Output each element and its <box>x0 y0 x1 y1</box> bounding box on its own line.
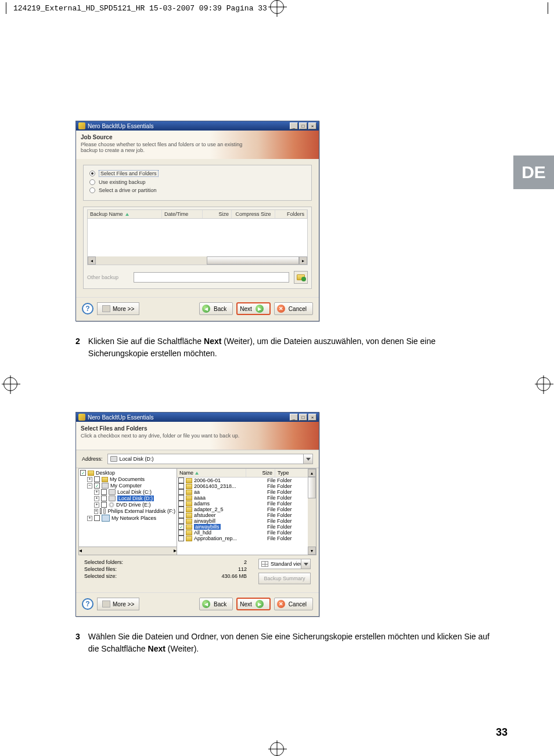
address-combo[interactable]: Local Disk (D:) <box>107 454 313 464</box>
radio-select-files[interactable] <box>89 171 95 176</box>
tree-checkbox[interactable] <box>80 470 86 476</box>
list-item[interactable]: airwaybillsFile Folder <box>177 524 308 530</box>
tree-item-d[interactable]: Local Disk (D:) <box>117 495 154 501</box>
file-checkbox[interactable] <box>178 524 184 530</box>
back-button[interactable]: ◀Back <box>199 598 233 610</box>
list-item[interactable]: All_hddFile Folder <box>177 530 308 536</box>
cancel-button[interactable]: ✕Cancel <box>274 598 313 610</box>
list-item[interactable]: adamsFile Folder <box>177 501 308 507</box>
expand-button[interactable]: + <box>94 502 99 508</box>
minimize-button[interactable]: _ <box>290 122 298 129</box>
horizontal-scrollbar[interactable]: ◂ ▸ <box>88 256 307 265</box>
radio-existing-backup[interactable] <box>89 179 95 185</box>
maximize-button[interactable]: □ <box>299 414 307 421</box>
file-checkbox[interactable] <box>178 501 184 507</box>
list-item[interactable]: aaaaFile Folder <box>177 495 308 501</box>
file-checkbox[interactable] <box>178 530 184 536</box>
file-type: File Folder <box>267 512 308 518</box>
close-button[interactable]: × <box>308 414 316 421</box>
folder-icon <box>186 530 192 536</box>
more-button[interactable]: More >> <box>97 302 139 315</box>
list-item[interactable]: adapter_2_5File Folder <box>177 507 308 512</box>
tree-item-network[interactable]: My Network Places <box>111 515 156 521</box>
tree-item-mycomp[interactable]: My Computer <box>110 483 142 489</box>
tree-checkbox[interactable] <box>94 483 100 489</box>
maximize-button[interactable]: □ <box>299 122 307 129</box>
dropdown-button[interactable] <box>303 454 312 464</box>
expand-button[interactable]: + <box>87 516 92 521</box>
file-checkbox[interactable] <box>178 536 184 541</box>
tree-item-f[interactable]: Philips External Harddisk (F:) <box>107 508 175 514</box>
expand-button[interactable]: + <box>87 477 92 482</box>
file-list[interactable]: Name Size Type 2006-06-01File Folder2006… <box>177 468 316 555</box>
scroll-right-button[interactable]: ▸ <box>174 547 177 555</box>
selected-folders-value: 2 <box>244 559 247 565</box>
cancel-button[interactable]: ✕Cancel <box>274 302 313 315</box>
titlebar[interactable]: Nero BackItUp Essentials _ □ × <box>76 121 319 131</box>
expand-button[interactable]: + <box>94 509 98 514</box>
tree-item-e[interactable]: DVD Drive (E:) <box>116 502 151 508</box>
tree-checkbox[interactable] <box>94 515 100 521</box>
close-button[interactable]: × <box>308 122 316 129</box>
list-item[interactable]: 2006-06-01File Folder <box>177 478 308 483</box>
tree-horizontal-scrollbar[interactable]: ◂ ▸ <box>78 547 177 555</box>
scroll-up-button[interactable]: ▴ <box>308 469 316 477</box>
file-checkbox[interactable] <box>178 495 184 501</box>
other-backup-input[interactable] <box>134 272 289 283</box>
tree-checkbox[interactable] <box>101 502 107 508</box>
file-checkbox[interactable] <box>178 478 184 483</box>
backup-list-header[interactable]: Backup Name Date/Time Size Compress Size… <box>87 209 308 219</box>
folder-tree[interactable]: Desktop +My Documents −My Computer +Loca… <box>78 468 177 547</box>
back-button[interactable]: ◀Back <box>199 302 233 315</box>
page-number: 33 <box>496 726 508 739</box>
backup-summary-button[interactable]: Backup Summary <box>258 573 311 584</box>
tree-checkbox[interactable] <box>101 495 107 501</box>
radio-drive-partition[interactable] <box>89 187 95 193</box>
file-checkbox[interactable] <box>178 518 184 524</box>
file-type: File Folder <box>267 478 308 483</box>
file-checkbox[interactable] <box>178 483 184 489</box>
tree-checkbox[interactable] <box>100 508 102 514</box>
list-item[interactable]: Approbation_rep...File Folder <box>177 536 308 541</box>
cancel-icon: ✕ <box>277 600 285 608</box>
backup-list-body[interactable]: ◂ ▸ <box>87 219 308 265</box>
collapse-button[interactable]: − <box>87 483 92 489</box>
next-button[interactable]: Next▶ <box>236 302 271 315</box>
file-checkbox[interactable] <box>178 512 184 518</box>
scroll-thumb[interactable] <box>308 477 316 498</box>
scroll-left-button[interactable]: ◂ <box>88 256 96 265</box>
list-item[interactable]: afstudeerFile Folder <box>177 512 308 518</box>
col-size[interactable]: Size <box>246 469 275 477</box>
help-icon[interactable]: ? <box>82 303 93 314</box>
disk-icon <box>109 489 116 495</box>
col-name[interactable]: Name <box>177 469 246 477</box>
tree-item-mydocs[interactable]: My Documents <box>110 476 145 482</box>
file-type: File Folder <box>267 518 308 524</box>
view-combo[interactable]: Standard view <box>258 559 311 569</box>
tree-item-desktop[interactable]: Desktop <box>96 470 115 476</box>
list-item[interactable]: airwaybillFile Folder <box>177 518 308 524</box>
list-item[interactable]: aaFile Folder <box>177 489 308 495</box>
dropdown-button[interactable] <box>301 559 310 569</box>
view-value: Standard view <box>271 561 304 567</box>
scroll-right-button[interactable]: ▸ <box>299 256 307 265</box>
file-checkbox[interactable] <box>178 507 184 512</box>
more-button[interactable]: More >> <box>97 598 139 610</box>
expand-button[interactable]: + <box>94 490 99 495</box>
next-button[interactable]: Next▶ <box>236 598 271 610</box>
file-checkbox[interactable] <box>178 489 184 495</box>
help-icon[interactable]: ? <box>82 598 93 610</box>
wizard-title: Job Source <box>81 134 314 140</box>
scroll-thumb[interactable] <box>207 256 299 265</box>
list-item[interactable]: 20061403_2318...File Folder <box>177 483 308 489</box>
browse-button[interactable] <box>294 271 308 284</box>
titlebar[interactable]: Nero BackItUp Essentials _ □ × <box>76 413 319 422</box>
vertical-scrollbar[interactable]: ▴ ▾ <box>308 469 316 555</box>
expand-button[interactable]: + <box>94 496 99 501</box>
network-icon <box>102 515 110 522</box>
minimize-button[interactable]: _ <box>290 414 298 421</box>
tree-checkbox[interactable] <box>94 476 100 482</box>
tree-item-c[interactable]: Local Disk (C:) <box>117 489 152 495</box>
scroll-down-button[interactable]: ▾ <box>308 547 316 555</box>
tree-checkbox[interactable] <box>101 489 107 495</box>
